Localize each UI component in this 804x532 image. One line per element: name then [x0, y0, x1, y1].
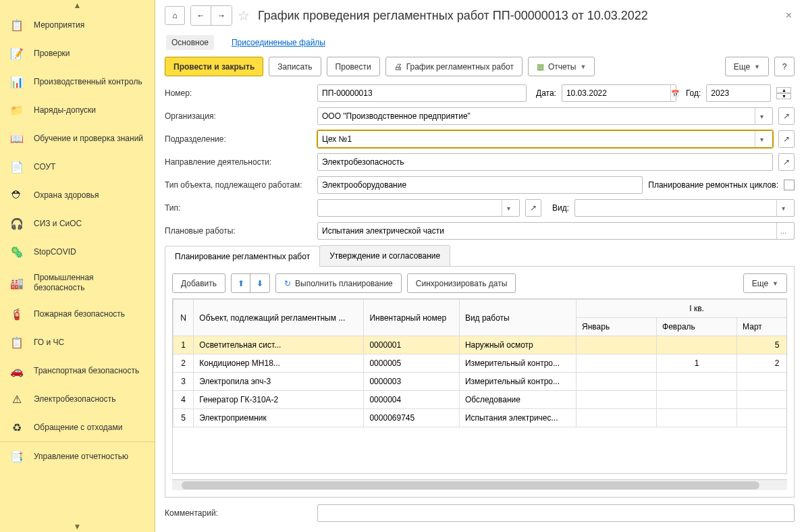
year-field[interactable] [706, 84, 771, 102]
move-down-button[interactable]: ⬇ [250, 274, 269, 292]
scroll-thumb[interactable] [182, 481, 759, 489]
ellipsis-icon[interactable]: … [776, 223, 790, 239]
nav-back-button[interactable]: ← [191, 6, 211, 25]
help-button[interactable]: ? [774, 57, 795, 76]
planwork-input[interactable] [322, 226, 774, 236]
chevron-down-icon[interactable]: ▾ [755, 131, 768, 147]
number-input[interactable] [322, 88, 522, 98]
home-button[interactable]: ⌂ [165, 6, 185, 25]
open-icon[interactable]: ↗ [778, 130, 795, 148]
sidebar-item-transport[interactable]: 🚗Транспортная безопасность [0, 356, 155, 385]
type-input[interactable] [322, 203, 499, 213]
number-label: Номер: [165, 88, 312, 98]
sidebar-item-ohrana[interactable]: ⛑Охрана здоровья [0, 181, 155, 209]
dept-input[interactable] [322, 134, 752, 144]
open-icon[interactable]: ↗ [525, 199, 541, 217]
date-input[interactable] [566, 88, 668, 98]
sidebar-item-report[interactable]: 📑Управление отчетностью [0, 442, 155, 471]
spin-down-icon[interactable]: ▼ [776, 93, 791, 99]
spin-up-icon[interactable]: ▲ [776, 87, 791, 93]
more-label: Еще [752, 279, 768, 288]
grid[interactable]: N Объект, подлежащий регламентным ... Ин… [172, 298, 787, 474]
table-row[interactable]: 2Кондиционер МН18...0000005Измерительный… [173, 354, 788, 373]
table-row[interactable]: 5Электроприемник0000069745Испытания элек… [173, 409, 788, 427]
save-button[interactable]: Записать [269, 57, 321, 76]
close-button[interactable]: × [783, 7, 795, 24]
sidebar-item-meropriyatiya[interactable]: 📋Мероприятия [0, 11, 155, 39]
kind-field[interactable]: ▾ [574, 199, 795, 217]
open-icon[interactable]: ↗ [778, 153, 795, 171]
sidebar-item-obuchenie[interactable]: 📖Обучение и проверка знаний [0, 124, 155, 153]
subtab-approval[interactable]: Утверждение и согласование [319, 245, 450, 266]
sidebar-item-go[interactable]: 📋ГО и ЧС [0, 328, 155, 356]
sidebar-item-stopcovid[interactable]: 🦠StopCOVID [0, 238, 155, 266]
year-spinner[interactable]: ▲▼ [776, 87, 791, 99]
type-field[interactable]: ▾ [317, 199, 520, 217]
kind-input[interactable] [579, 203, 774, 213]
table-row[interactable]: 4Генератор ГК-310А-20000004Обследование [173, 391, 788, 409]
org-field[interactable]: ▾ [317, 107, 773, 125]
nav-forward-button[interactable]: → [211, 6, 232, 25]
planwork-field[interactable]: … [317, 222, 795, 240]
objtype-field[interactable] [317, 176, 643, 194]
org-label: Организация: [165, 111, 312, 121]
chevron-down-icon[interactable]: ▾ [776, 200, 790, 216]
reports-button[interactable]: ▦Отчеты▼ [528, 57, 595, 76]
dept-field[interactable]: ▾ [317, 130, 773, 148]
col-inv[interactable]: Инвентарный номер [364, 300, 459, 336]
sidebar-collapse-bottom[interactable]: ▼ [0, 521, 155, 532]
open-icon[interactable]: ↗ [778, 107, 795, 125]
col-jan[interactable]: Январь [577, 318, 657, 336]
comment-label: Комментарий: [165, 508, 312, 518]
sidebar-item-sout[interactable]: 📄СОУТ [0, 153, 155, 181]
do-plan-button[interactable]: ↻Выполнить планирование [275, 273, 402, 293]
sidebar-item-electro[interactable]: ⚠Электробезопасность [0, 385, 155, 413]
main-area: ⌂ ← → ☆ График проведения регламентных р… [155, 0, 804, 532]
table-row[interactable]: 1Осветительная сист...0000001Наружный ос… [173, 336, 788, 354]
comment-input[interactable] [322, 508, 790, 518]
date-field[interactable]: 📅 [562, 84, 676, 102]
star-icon[interactable]: ☆ [238, 7, 250, 24]
col-n[interactable]: N [173, 300, 194, 336]
sidebar-item-siz[interactable]: 🎧СИЗ и СиОС [0, 209, 155, 238]
table-row[interactable]: 3Электропила эпч-30000003Измерительный к… [173, 373, 788, 391]
number-field[interactable] [317, 84, 527, 102]
more-button[interactable]: Еще▼ [725, 57, 769, 76]
print-label: График регламентных работ [406, 62, 514, 72]
org-input[interactable] [322, 111, 752, 121]
col-work[interactable]: Вид работы [459, 300, 576, 336]
plancycles-checkbox[interactable] [784, 180, 795, 190]
sync-dates-button[interactable]: Синхронизировать даты [407, 273, 516, 293]
col-q1[interactable]: I кв. [577, 300, 787, 318]
col-feb[interactable]: Февраль [657, 318, 737, 336]
dir-field[interactable] [317, 153, 773, 171]
subtab-planning[interactable]: Планирование регламентных работ [165, 246, 320, 267]
chevron-down-icon[interactable]: ▾ [755, 108, 768, 124]
calendar-icon[interactable]: 📅 [670, 85, 679, 101]
chevron-down-icon[interactable]: ▾ [502, 200, 515, 216]
horizontal-scrollbar[interactable] [172, 479, 787, 490]
sidebar-collapse-top[interactable]: ▲ [0, 0, 155, 11]
objtype-input[interactable] [322, 180, 638, 190]
post-and-close-button[interactable]: Провести и закрыть [165, 57, 263, 76]
post-button[interactable]: Провести [327, 57, 380, 76]
col-obj[interactable]: Объект, подлежащий регламентным ... [194, 300, 364, 336]
sidebar-item-proverki[interactable]: 📝Проверки [0, 39, 155, 68]
add-button[interactable]: Добавить [172, 273, 225, 293]
dir-input[interactable] [322, 157, 768, 167]
move-up-button[interactable]: ⬆ [232, 274, 250, 292]
tab-main[interactable]: Основное [166, 35, 214, 50]
tab-files[interactable]: Присоединенные файлы [226, 35, 331, 50]
chevron-down-icon: ▼ [580, 63, 586, 70]
sidebar-item-othody[interactable]: ♻Обращение с отходами [0, 413, 155, 442]
sub-more-button[interactable]: Еще▼ [743, 273, 787, 293]
sidebar-item-naryady[interactable]: 📁Наряды-допуски [0, 96, 155, 124]
comment-field[interactable] [317, 504, 795, 522]
sidebar-item-prodcontrol[interactable]: 📊Производственный контроль [0, 68, 155, 96]
more-label: Еще [734, 62, 750, 72]
sidebar-item-prom[interactable]: 🏭Промышленная безопасность [0, 266, 155, 300]
col-mar[interactable]: Март [737, 318, 787, 336]
sidebar-item-fire[interactable]: 🧯Пожарная безопасность [0, 300, 155, 328]
print-button[interactable]: 🖨График регламентных работ [385, 57, 522, 76]
section-tabs: Основное Присоединенные файлы [165, 31, 795, 55]
